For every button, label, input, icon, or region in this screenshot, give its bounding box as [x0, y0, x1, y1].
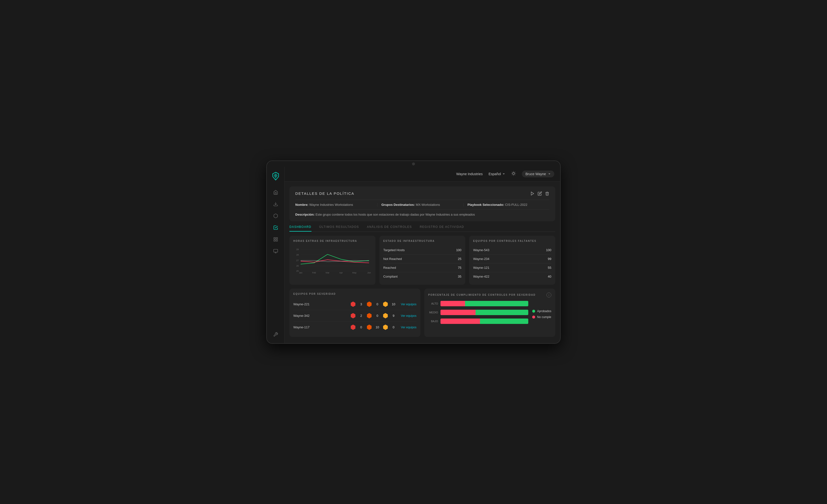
infra-status-card: ESTADO DE INFRAESTRUCTURA Targeted Hosts…: [379, 236, 466, 285]
severity-name-1: Wayne-342: [293, 314, 347, 318]
tab-controles[interactable]: ANÁLISIS DE CONTROLES: [367, 225, 412, 231]
status-table: Targeted Hosts 100 Not Reached 25 Reache…: [383, 246, 461, 281]
severity-row-1: Wayne-342 2 0 9 Ver equipos: [293, 310, 417, 322]
equipo-controles-val-3: 40: [548, 275, 551, 278]
delete-button[interactable]: [545, 191, 549, 196]
equipo-controles-name-2: Wayne-121: [473, 266, 489, 270]
sidebar-item-tasks[interactable]: [271, 223, 281, 232]
ver-link-1[interactable]: Ver equipos: [401, 314, 417, 318]
svg-text:Jan: Jan: [299, 271, 302, 274]
theme-toggle[interactable]: [511, 171, 516, 177]
severity-hex-yellow-2: [383, 325, 388, 330]
status-row-3: Compliant 35: [383, 272, 461, 281]
policy-card: DETALLES DE LA POLÍTICA: [289, 186, 555, 221]
device-frame: Wayne Industries Español Bruce Wayne: [266, 161, 561, 344]
infra-chart-title: HORAS EXTRAS DE INFRAESTRUCTURA: [293, 240, 372, 242]
policy-playbook-item: Playbook Seleccionado: CIS-FULL-2022: [464, 203, 549, 207]
legend-nocumple: No cumple: [532, 315, 551, 319]
tab-dashboard[interactable]: DASHBOARD: [289, 225, 311, 231]
severity-row-0: Wayne-221 3 0 10 Ver equipos: [293, 299, 417, 310]
policy-name-item: Nombre: Wayne Industries Workstations: [295, 203, 378, 207]
equipo-controles-row-3: Wayne-422 40: [473, 272, 551, 281]
app-container: Wayne Industries Español Bruce Wayne: [267, 167, 560, 343]
policy-name-value: Wayne Industries Workstations: [309, 203, 353, 207]
svg-text:Jun: Jun: [367, 271, 371, 274]
equipo-controles-row-1: Wayne-234 99: [473, 255, 551, 263]
status-row-1: Not Reached 25: [383, 255, 461, 263]
ver-link-0[interactable]: Ver equipos: [401, 302, 417, 306]
severity-name-2: Wayne-117: [293, 325, 347, 329]
tab-actividad[interactable]: REGISTRO DE ACTIVIDAD: [420, 225, 464, 231]
sidebar-item-grid[interactable]: [271, 234, 281, 244]
svg-text:25: 25: [296, 270, 299, 272]
status-value-1: 25: [458, 257, 461, 261]
severity-red-val-1: 2: [359, 314, 364, 318]
svg-rect-8: [274, 249, 278, 252]
svg-rect-6: [274, 240, 275, 241]
compliance-bar-medio: [440, 310, 528, 315]
status-row-0: Targeted Hosts 100: [383, 246, 461, 255]
equipos-controles-title: EQUIPOS POR CONTROLES FALTANTES: [473, 240, 551, 242]
language-label: Español: [489, 172, 501, 176]
policy-playbook-label: Playbook Seleccionado:: [468, 203, 504, 207]
severity-red-val-0: 3: [359, 302, 364, 306]
equipo-controles-name-0: Wayne-543: [473, 248, 489, 252]
svg-text:26: 26: [296, 264, 299, 267]
compliance-label-bajo: BAJO: [428, 320, 438, 323]
status-value-3: 35: [458, 275, 461, 278]
compliance-bars: ALTO MEDIO: [428, 301, 528, 327]
severity-hex-orange-1: [367, 313, 372, 319]
compliance-label-alto: ALTO: [428, 302, 438, 305]
dashboard-grid-top: HORAS EXTRAS DE INFRAESTRUCTURA 29: [289, 236, 555, 285]
info-icon[interactable]: i: [546, 292, 551, 297]
policy-title: DETALLES DE LA POLÍTICA: [295, 191, 354, 195]
svg-text:May: May: [352, 271, 356, 274]
svg-rect-4: [274, 237, 275, 239]
legend-aprobados: Aprobados: [532, 310, 551, 313]
equipo-controles-name-1: Wayne-234: [473, 257, 489, 261]
compliance-row-bajo: BAJO: [428, 319, 528, 324]
policy-target-item: Grupos Destinatarios: MX-Workstations: [378, 203, 464, 207]
policy-description: Descripción: Este grupo contiene todos l…: [295, 213, 549, 216]
sidebar-item-monitor[interactable]: [271, 246, 281, 256]
policy-desc-label: Descripción:: [295, 213, 315, 216]
bar-fail-alto: [440, 301, 465, 306]
status-label-3: Compliant: [383, 275, 398, 278]
svg-text:27: 27: [296, 259, 299, 262]
severity-hex-orange-0: [367, 301, 372, 307]
edit-button[interactable]: [538, 191, 542, 196]
sidebar-item-tools[interactable]: [271, 330, 281, 339]
severity-orange-val-0: 0: [375, 302, 380, 306]
severity-hex-red-0: [350, 301, 356, 307]
sidebar-item-download[interactable]: [271, 199, 281, 209]
policy-meta: Nombre: Wayne Industries Workstations Gr…: [295, 200, 549, 210]
severity-hex-orange-2: [367, 325, 372, 330]
bar-pass-alto: [465, 301, 528, 306]
bar-pass-bajo: [480, 319, 528, 324]
compliance-title: PORCENTAJE DE CUMPLIMIENTO DE CONTROLES …: [428, 293, 536, 296]
bar-fail-bajo: [440, 319, 480, 324]
play-button[interactable]: [530, 191, 535, 196]
topbar: Wayne Industries Español Bruce Wayne: [285, 167, 560, 181]
sidebar-item-home[interactable]: [271, 187, 281, 197]
language-selector[interactable]: Español: [489, 172, 505, 176]
main-column: Wayne Industries Español Bruce Wayne: [285, 167, 560, 343]
severity-red-val-2: 0: [359, 325, 364, 329]
compliance-label-medio: MEDIO: [428, 311, 438, 314]
equipos-severidad-card: EQUIPOS POR SEVERIDAD Wayne-221 3 0 10 V…: [289, 289, 420, 337]
ver-link-2[interactable]: Ver equipos: [401, 326, 417, 329]
status-label-1: Not Reached: [383, 257, 402, 261]
device-top-bar: [267, 161, 560, 167]
user-menu[interactable]: Bruce Wayne: [522, 171, 554, 177]
logo: [270, 171, 281, 181]
equipo-controles-name-3: Wayne-422: [473, 275, 489, 278]
bar-fail-medio: [440, 310, 476, 315]
svg-marker-20: [531, 192, 534, 195]
severity-orange-val-2: 10: [375, 325, 380, 329]
legend-label-nocumple: No cumple: [537, 315, 551, 319]
tab-resultados[interactable]: ÚLTIMOS RESULTADOS: [319, 225, 359, 231]
severity-yellow-val-2: 0: [391, 325, 396, 329]
sidebar-item-cube[interactable]: [271, 211, 281, 221]
equipo-controles-val-1: 99: [548, 257, 551, 261]
status-row-2: Reached 75: [383, 263, 461, 272]
